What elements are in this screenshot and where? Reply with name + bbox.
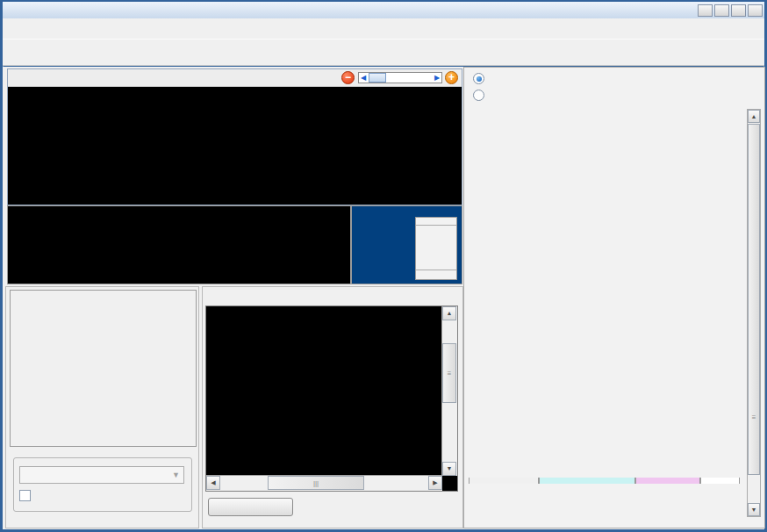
maximize-button[interactable] <box>731 4 746 17</box>
chevron-down-icon: ▼ <box>172 467 180 483</box>
scroll-down-icon[interactable]: ▼ <box>442 462 456 476</box>
content: − ◀ ▶ + <box>3 67 764 529</box>
scroll-left-icon[interactable]: ◀ <box>206 476 220 490</box>
trend-chart-header: − ◀ ▶ + <box>8 69 462 87</box>
side-scrollbar[interactable] <box>415 217 457 280</box>
app-window: − ◀ ▶ + <box>0 0 767 532</box>
results-table-clipped-row <box>469 478 740 484</box>
vscroll-thumb[interactable]: ≡ <box>442 343 456 403</box>
enable-program-checkbox[interactable] <box>19 490 31 501</box>
measurement-panel: ▼ <box>5 286 199 528</box>
gauges-row <box>11 294 196 334</box>
trend-chart-panel: − ◀ ▶ + <box>7 68 462 205</box>
scroll-down-icon[interactable]: ▼ <box>748 503 760 516</box>
scroll-right-icon[interactable]: ▶ <box>433 73 441 83</box>
results-scrollbar[interactable]: ▲ ≡ ▼ <box>747 109 761 517</box>
minimize-button[interactable] <box>714 4 729 17</box>
title-bar <box>3 2 764 18</box>
breath-program-select[interactable]: ▼ <box>19 466 184 484</box>
graphs-horizontal-scrollbar[interactable]: ◀ ||| ▶ <box>206 475 442 491</box>
difference-values-radio-row <box>473 90 490 101</box>
trend-chart[interactable] <box>8 87 462 205</box>
toolbar <box>3 39 764 66</box>
pulse-wave-chart[interactable] <box>7 205 351 284</box>
graphs-panel: ▲ ≡ ▼ ◀ ||| ▶ <box>202 286 463 528</box>
tab-bar <box>3 18 764 39</box>
rscroll-thumb[interactable]: ≡ <box>748 124 760 475</box>
difference-values-radio[interactable] <box>473 90 484 101</box>
set-color-button[interactable] <box>208 498 293 516</box>
metrics-box <box>10 290 197 447</box>
graphs-vertical-scrollbar[interactable]: ▲ ≡ ▼ <box>441 306 457 476</box>
scroll-right-icon[interactable]: ▶ <box>428 476 442 490</box>
absolute-values-radio[interactable] <box>473 73 484 84</box>
scroll-left-icon[interactable]: ◀ <box>359 73 368 83</box>
chart-scrollbar-thumb[interactable] <box>369 73 386 83</box>
scroll-up-icon[interactable]: ▲ <box>748 110 760 123</box>
graphs-listbox: ▲ ≡ ▼ ◀ ||| ▶ <box>205 306 458 492</box>
graphs-list-items <box>207 308 442 477</box>
hscroll-thumb[interactable]: ||| <box>268 476 364 490</box>
values-panel: ▲ ≡ ▼ <box>463 67 765 528</box>
scroll-up-icon[interactable]: ▲ <box>442 306 456 320</box>
breath-program-group: ▼ <box>13 457 192 512</box>
close-button[interactable] <box>748 4 763 17</box>
zoom-in-button[interactable]: + <box>445 71 458 84</box>
help-button[interactable] <box>698 4 713 17</box>
chart-scrollbar[interactable]: ◀ ▶ <box>358 72 442 83</box>
pulse-chart-side-panel <box>351 205 462 284</box>
zoom-out-button[interactable]: − <box>341 71 355 84</box>
absolute-values-radio-row <box>473 73 490 84</box>
